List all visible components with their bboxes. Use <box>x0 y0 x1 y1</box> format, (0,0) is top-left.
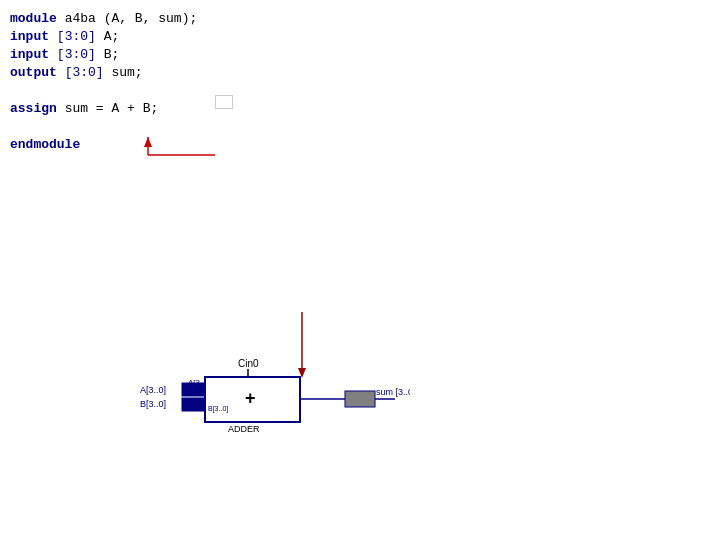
code-block: module a4ba (A, B, sum); input [3:0] A; … <box>10 10 197 154</box>
b-label: B[3..0] <box>140 399 166 409</box>
code-line6: assign sum = A + B; <box>10 100 197 118</box>
a-label: A[3..0] <box>140 385 166 395</box>
a-bus-box <box>182 383 205 396</box>
circuit-diagram: Cin0 A[3..0] B[3..0] A[3..0] + B[3..0] A… <box>140 355 410 450</box>
b-bus-label: B[3..0] <box>208 405 228 413</box>
cin-label: Cin0 <box>238 358 259 369</box>
annotation-bubble-2 <box>320 295 332 303</box>
code-line2: input [3:0] A; <box>10 28 197 46</box>
plus-sign: + <box>245 388 256 408</box>
output-bus <box>345 391 375 407</box>
code-line8: endmodule <box>10 136 197 154</box>
code-line3: input [3:0] B; <box>10 46 197 64</box>
adder-label: ADDER <box>228 424 260 434</box>
code-line4: output [3:0] sum; <box>10 64 197 82</box>
b-bus-box <box>182 398 205 411</box>
code-line1: module a4ba (A, B, sum); <box>10 10 197 28</box>
code-line7 <box>10 118 197 136</box>
sum-label: sum [3..0] <box>376 387 410 397</box>
code-line5 <box>10 82 197 100</box>
annotation-bubble-1 <box>215 95 233 109</box>
